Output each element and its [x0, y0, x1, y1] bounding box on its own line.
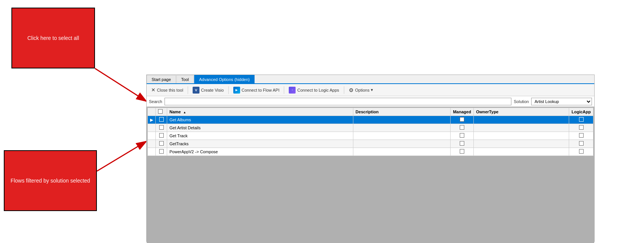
solution-select[interactable]: Artist Lookup [531, 98, 592, 105]
tool-panel: Start page Tool Advanced Options (hidden… [146, 75, 595, 242]
row-expand-cell[interactable] [148, 140, 156, 148]
visio-icon: V [193, 87, 199, 94]
separator-1 [188, 86, 188, 94]
row-checkbox-cell[interactable] [156, 140, 167, 148]
row-name[interactable]: Get Track [167, 132, 353, 140]
row-logicapp[interactable] [569, 124, 593, 132]
row-name[interactable]: Get Artist Details [167, 124, 353, 132]
table-row[interactable]: ▶Get Albums [148, 116, 593, 124]
content-area: Name ▲ Description Managed OwnerType [147, 107, 594, 243]
row-ownertype [473, 132, 569, 140]
table-row[interactable]: GetTracks [148, 140, 593, 148]
table-row[interactable]: PowerAppV2 -> Compose [148, 148, 593, 156]
separator-4 [344, 86, 344, 94]
managed-checkbox[interactable] [460, 149, 464, 154]
annotation-flows-filtered: Flows filtered by solution selected [4, 150, 97, 211]
create-visio-button[interactable]: V Create Visio [190, 86, 226, 94]
col-select-all[interactable] [156, 108, 167, 116]
logicapp-checkbox[interactable] [579, 125, 584, 130]
row-checkbox-cell[interactable] [156, 116, 167, 124]
logicapp-checkbox[interactable] [579, 141, 584, 146]
row-checkbox[interactable] [159, 133, 164, 138]
row-logicapp[interactable] [569, 140, 593, 148]
row-managed[interactable] [451, 132, 474, 140]
row-checkbox[interactable] [159, 149, 164, 154]
row-logicapp[interactable] [569, 148, 593, 156]
sort-asc-icon: ▲ [183, 111, 186, 114]
tab-bar: Start page Tool Advanced Options (hidden… [147, 75, 594, 84]
flow-icon: ► [233, 87, 240, 94]
row-logicapp[interactable] [569, 132, 593, 140]
row-managed[interactable] [451, 148, 474, 156]
row-ownertype [473, 148, 569, 156]
connect-flow-button[interactable]: ► Connect to Flow API [231, 86, 282, 94]
row-checkbox-cell[interactable] [156, 132, 167, 140]
row-description [353, 132, 450, 140]
logicapp-checkbox[interactable] [579, 149, 584, 154]
annotation-select-all: Click here to select all [11, 8, 95, 68]
search-input[interactable] [165, 98, 511, 105]
tab-advanced-options[interactable]: Advanced Options (hidden) [194, 75, 255, 83]
separator-3 [284, 86, 284, 94]
connect-logic-button[interactable]: ▫ Connect to Logic Apps [286, 86, 341, 94]
row-ownertype [473, 116, 569, 124]
row-expand-cell[interactable] [148, 148, 156, 156]
search-label: Search [149, 99, 162, 104]
col-ownertype-header[interactable]: OwnerType [473, 108, 569, 116]
row-managed[interactable] [451, 140, 474, 148]
row-description [353, 124, 450, 132]
toolbar: ✕ Close this tool V Create Visio ► Conne… [147, 84, 594, 96]
row-name[interactable]: GetTracks [167, 140, 353, 148]
row-managed[interactable] [451, 124, 474, 132]
search-bar: Search Solution Artist Lookup [147, 96, 594, 107]
close-tool-button[interactable]: ✕ Close this tool [149, 86, 185, 94]
row-ownertype [473, 140, 569, 148]
managed-checkbox[interactable] [460, 141, 464, 146]
logicapp-checkbox[interactable] [579, 133, 584, 138]
tab-start-page[interactable]: Start page [147, 75, 176, 83]
flows-table: Name ▲ Description Managed OwnerType [147, 108, 593, 156]
row-logicapp[interactable] [569, 116, 593, 124]
row-description [353, 116, 450, 124]
table-header-row: Name ▲ Description Managed OwnerType [148, 108, 593, 116]
col-name-header[interactable]: Name ▲ [167, 108, 353, 116]
row-checkbox-cell[interactable] [156, 148, 167, 156]
row-description [353, 148, 450, 156]
row-managed[interactable] [451, 116, 474, 124]
col-description-header[interactable]: Description [353, 108, 450, 116]
close-icon: ✕ [151, 87, 155, 93]
managed-checkbox[interactable] [460, 125, 464, 130]
row-checkbox[interactable] [159, 125, 164, 130]
svg-line-1 [95, 68, 147, 102]
col-logicapp-header[interactable]: LogicApp [569, 108, 593, 116]
row-name[interactable]: Get Albums [167, 116, 353, 124]
select-all-checkbox[interactable] [158, 109, 163, 114]
gear-icon: ⚙ [349, 87, 354, 93]
row-checkbox[interactable] [159, 117, 164, 122]
row-checkbox[interactable] [159, 141, 164, 146]
options-button[interactable]: ⚙ Options ▾ [347, 86, 376, 94]
col-expand [148, 108, 156, 116]
options-dropdown-arrow: ▾ [371, 87, 373, 92]
row-name[interactable]: PowerAppV2 -> Compose [167, 148, 353, 156]
solution-label: Solution [514, 99, 529, 104]
managed-checkbox[interactable] [460, 117, 464, 122]
row-expand-cell[interactable]: ▶ [148, 116, 156, 124]
separator-2 [228, 86, 229, 94]
table-row[interactable]: Get Artist Details [148, 124, 593, 132]
svg-line-2 [97, 141, 147, 171]
row-description [353, 140, 450, 148]
data-area: Name ▲ Description Managed OwnerType [147, 107, 594, 243]
col-managed-header[interactable]: Managed [451, 108, 474, 116]
managed-checkbox[interactable] [460, 133, 464, 138]
logic-icon: ▫ [289, 87, 296, 94]
table-row[interactable]: Get Track [148, 132, 593, 140]
logicapp-checkbox[interactable] [579, 117, 584, 122]
row-ownertype [473, 124, 569, 132]
row-expand-cell[interactable] [148, 124, 156, 132]
tab-tool[interactable]: Tool [176, 75, 194, 83]
row-checkbox-cell[interactable] [156, 124, 167, 132]
row-expand-cell[interactable] [148, 132, 156, 140]
